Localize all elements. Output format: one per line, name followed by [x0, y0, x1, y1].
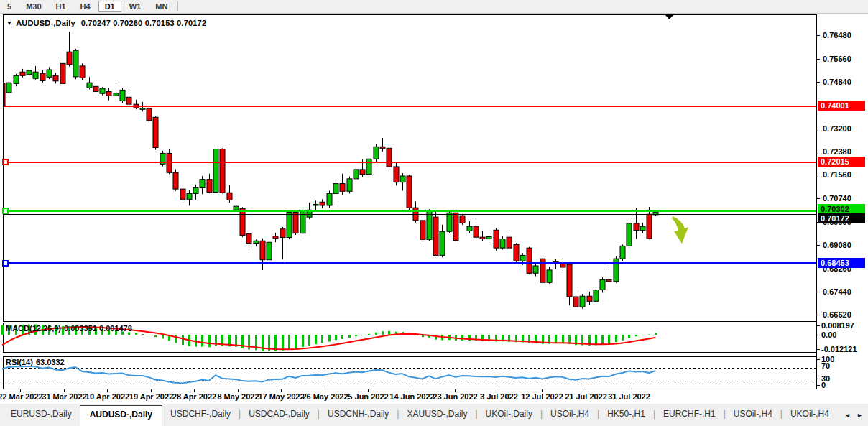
svg-text:0.70302: 0.70302: [821, 205, 849, 213]
chart-tab-ukoil-h4[interactable]: UKOil-,H4: [782, 404, 837, 426]
svg-text:3 Jul 2022: 3 Jul 2022: [480, 392, 518, 401]
svg-text:0.74840: 0.74840: [823, 78, 851, 86]
svg-text:0.75660: 0.75660: [823, 55, 851, 63]
timeframe-button-w1[interactable]: W1: [123, 1, 148, 12]
svg-text:19 Apr 2022: 19 Apr 2022: [129, 392, 173, 401]
chart-tab-ukoil-daily[interactable]: UKOil-,Daily: [478, 404, 540, 426]
svg-text:0.69080: 0.69080: [823, 241, 851, 249]
chart-ohlc-values: 0.70247 0.70260 0.70153 0.70172: [81, 19, 206, 27]
svg-text:0: 0: [821, 381, 826, 389]
chart-tab-usoil-h4[interactable]: USOil-,H4: [542, 404, 597, 426]
timeframe-toolbar: 5M30H1H4D1W1MN: [0, 0, 868, 14]
macd-name: MACD(12,26,9): [6, 324, 61, 333]
chart-dropdown-icon[interactable]: ▼: [6, 20, 12, 27]
svg-text:21 Jul 2022: 21 Jul 2022: [565, 392, 607, 401]
chart-tab-usdcad-daily[interactable]: USDCAD-,Daily: [241, 404, 318, 426]
svg-text:0.73200: 0.73200: [823, 124, 851, 133]
svg-text:31 Mar 2022: 31 Mar 2022: [42, 392, 86, 401]
symbol-tab-bar: EURUSD-,DailyAUDUSD-,DailyUSDCHF-,Daily|…: [0, 404, 868, 426]
svg-text:14 Jun 2022: 14 Jun 2022: [389, 392, 434, 401]
chart-canvas: 0.764800.756600.748400.732000.723800.715…: [0, 0, 868, 404]
svg-text:0.67440: 0.67440: [823, 287, 851, 296]
chart-tab-xauusd-daily[interactable]: XAUUSD-,Daily: [399, 404, 475, 426]
svg-text:70: 70: [821, 361, 830, 370]
chart-symbol-label: AUDUSD-,Daily: [16, 19, 75, 27]
macd-indicator-label: MACD(12,26,9)0.003351 0.001478: [6, 324, 132, 333]
timeframe-button-h4[interactable]: H4: [74, 1, 97, 12]
toolbar-separator: [177, 1, 178, 11]
timeframe-button-m30[interactable]: M30: [19, 1, 47, 12]
svg-text:0.68453: 0.68453: [821, 259, 849, 267]
svg-text:0.008197: 0.008197: [821, 321, 854, 330]
svg-text:8 May 2022: 8 May 2022: [217, 392, 259, 401]
svg-text:5 Jun 2022: 5 Jun 2022: [348, 392, 388, 401]
chart-tab-eurusd-daily[interactable]: EURUSD-,Daily: [3, 404, 80, 426]
chart-tab-usdchf-daily[interactable]: USDCHF-,Daily: [162, 404, 239, 426]
svg-text:0.00: 0.00: [821, 330, 836, 339]
svg-text:0.66620: 0.66620: [823, 310, 851, 319]
svg-text:0.71560: 0.71560: [823, 170, 851, 179]
chart-tab-eurchf-h1[interactable]: EURCHF-,H1: [655, 404, 724, 426]
rsi-name: RSI(14): [6, 358, 33, 366]
svg-text:17 May 2022: 17 May 2022: [258, 392, 304, 401]
timeframe-button-5[interactable]: 5: [1, 1, 18, 12]
macd-values: 0.003351 0.001478: [64, 324, 132, 333]
svg-text:31 Jul 2022: 31 Jul 2022: [608, 392, 650, 401]
svg-text:10 Apr 2022: 10 Apr 2022: [86, 392, 129, 401]
timeframe-button-mn[interactable]: MN: [149, 1, 174, 12]
rsi-value: 63.0332: [36, 358, 65, 366]
svg-text:0.74001: 0.74001: [821, 101, 849, 110]
tab-scroll-buttons: ◄►: [837, 404, 868, 426]
tab-scroll-left-icon[interactable]: ◄: [844, 412, 851, 419]
svg-text:12 Jul 2022: 12 Jul 2022: [521, 392, 563, 401]
svg-text:28 Apr 2022: 28 Apr 2022: [172, 392, 216, 401]
chart-tab-hk50-h1[interactable]: HK50-,H1: [599, 404, 653, 426]
svg-text:26 May 2022: 26 May 2022: [302, 392, 348, 401]
chart-title: ▼AUDUSD-,Daily0.70247 0.70260 0.70153 0.…: [6, 19, 206, 27]
tab-scroll-right-icon[interactable]: ►: [857, 412, 863, 419]
timeframe-button-h1[interactable]: H1: [50, 1, 73, 12]
rsi-indicator-label: RSI(14)63.0332: [6, 358, 67, 366]
chart-tab-audusd-daily[interactable]: AUDUSD-,Daily: [80, 405, 162, 426]
svg-text:22 Mar 2022: 22 Mar 2022: [0, 392, 43, 401]
trading-terminal-window: { "toolbar": { "timeframes": [ {"label":…: [0, 0, 868, 426]
svg-text:-0.012121: -0.012121: [821, 345, 857, 353]
svg-text:0.70172: 0.70172: [821, 214, 849, 223]
timeframe-button-d1[interactable]: D1: [98, 1, 121, 12]
svg-text:0.72015: 0.72015: [821, 157, 849, 166]
svg-text:0.76480: 0.76480: [823, 31, 851, 40]
svg-text:0.72380: 0.72380: [823, 147, 851, 156]
chart-tab-usdcnh-daily[interactable]: USDCNH-,Daily: [320, 404, 397, 426]
svg-text:0.70740: 0.70740: [823, 194, 851, 203]
chart-tab-usoil-h4[interactable]: USOil-,H4: [726, 404, 780, 426]
svg-text:23 Jun 2022: 23 Jun 2022: [433, 392, 477, 401]
